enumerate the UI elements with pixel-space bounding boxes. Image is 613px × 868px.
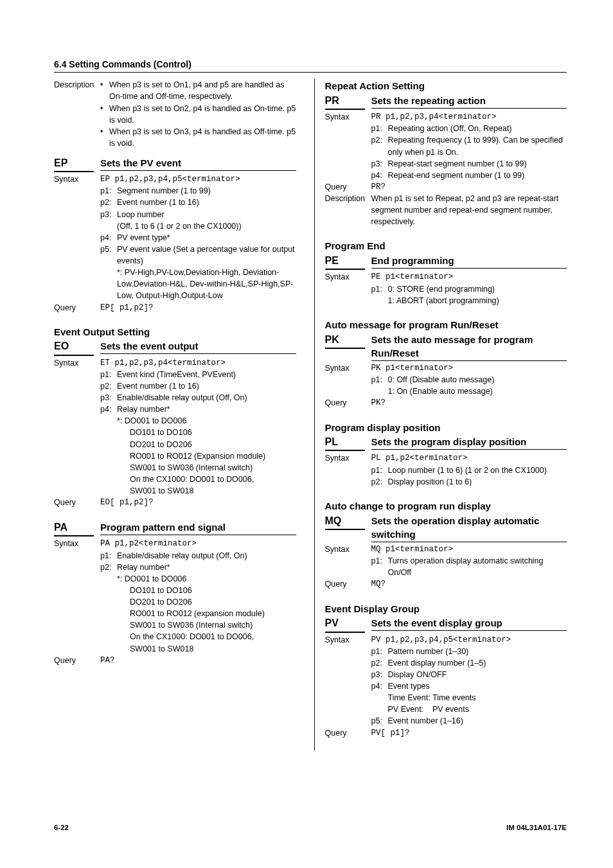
param-star-line: On the CX1000: DO001 to DO006, bbox=[100, 631, 296, 642]
param-star: *: DO001 to DO006 bbox=[100, 415, 296, 427]
param-key: p3: bbox=[100, 392, 117, 403]
param-text: PV event value (Set a percentage value f… bbox=[117, 244, 296, 267]
param-key: p1: bbox=[100, 185, 117, 197]
param-star-line: DO101 to DO106 bbox=[100, 427, 296, 438]
right-column: Repeat Action Setting PR Sets the repeat… bbox=[314, 79, 567, 750]
cmd-pr: Repeat Action Setting PR Sets the repeat… bbox=[325, 79, 567, 227]
page-number: 6-22 bbox=[54, 822, 69, 833]
param-text: Display position (1 to 6) bbox=[388, 476, 567, 488]
query-text: EO[ p1,p2]? bbox=[100, 497, 296, 508]
syntax-text: ET p1,p2,p3,p4<terminator> bbox=[100, 357, 296, 369]
columns: Description •When p3 is set to On1, p4 a… bbox=[54, 79, 567, 750]
desc-bullet: When p3 is set to On2, p4 is handled as … bbox=[109, 103, 296, 126]
param-star-line: SW001 to SW018 bbox=[100, 643, 296, 655]
param-key: p4: bbox=[371, 170, 388, 181]
cmd-pv: Event Display Group PV Sets the event di… bbox=[325, 602, 567, 739]
super-title-mq: Auto change to program run display bbox=[325, 499, 567, 513]
cmd-pa: PA Program pattern end signal Syntax PA … bbox=[54, 520, 296, 666]
param-text: Enable/disable relay output (Off, On) bbox=[117, 550, 296, 562]
param-key: p3: bbox=[371, 158, 388, 170]
cmd-pl: Program display position PL Sets the pro… bbox=[325, 421, 567, 488]
section-header: 6.4 Setting Commands (Control) bbox=[54, 58, 567, 73]
param-key: p3: bbox=[371, 669, 388, 680]
param-text: Loop number (1 to 6) (1 or 2 on the CX10… bbox=[388, 465, 567, 476]
left-column: Description •When p3 is set to On1, p4 a… bbox=[54, 79, 296, 750]
desc-bullet: When p3 is set to On1, p4 and p5 are han… bbox=[109, 79, 296, 102]
param-key: p2: bbox=[371, 134, 388, 146]
param-text: Repeat-end segment number (1 to 99) bbox=[388, 170, 567, 181]
param-text: Relay number* bbox=[117, 562, 296, 573]
cmd-title-pe: End programming bbox=[371, 254, 567, 269]
param-star: *: PV-High,PV-Low,Deviation-High, Deviat… bbox=[100, 267, 296, 301]
cmd-title-pa: Program pattern end signal bbox=[100, 520, 296, 535]
desc-label: Description bbox=[325, 193, 371, 204]
cmd-title-pv: Sets the event display group bbox=[371, 616, 567, 631]
page-footer: 6-22 IM 04L31A01-17E bbox=[54, 822, 567, 833]
param-key: p1: bbox=[371, 374, 388, 385]
syntax-label: Syntax bbox=[325, 544, 371, 555]
cmd-code-pa: PA bbox=[54, 520, 94, 536]
param-star-line: DO201 to DO206 bbox=[100, 596, 296, 608]
param-text: PV event type* bbox=[117, 232, 296, 244]
param-star-line: DO101 to DO106 bbox=[100, 585, 296, 596]
param-key: p3: bbox=[100, 209, 117, 220]
query-label: Query bbox=[325, 181, 371, 193]
param-star-line: On the CX1000: DO001 to DO006, bbox=[100, 474, 296, 485]
param-key: p4: bbox=[100, 232, 117, 244]
syntax-text: PA p1,p2<terminator> bbox=[100, 538, 296, 549]
query-label: Query bbox=[325, 578, 371, 590]
param-star-line: RO001 to RO012 (Expansion module) bbox=[100, 450, 296, 462]
cmd-title-ep: Sets the PV event bbox=[100, 156, 296, 171]
syntax-label: Syntax bbox=[325, 634, 371, 646]
param-extra: PV Event: PV events bbox=[371, 704, 567, 715]
param-key: p2: bbox=[100, 197, 117, 208]
param-key: p5: bbox=[100, 244, 117, 255]
query-label: Query bbox=[325, 727, 371, 739]
syntax-text: EP p1,p2,p3,p4,p5<terminator> bbox=[100, 173, 296, 185]
param-extra: (Off, 1 to 6 (1 or 2 on the CX1000)) bbox=[100, 220, 296, 232]
doc-id: IM 04L31A01-17E bbox=[506, 822, 567, 833]
param-key: p2: bbox=[371, 657, 388, 669]
param-star-line: SW001 to SW018 bbox=[100, 485, 296, 497]
description-block: Description •When p3 is set to On1, p4 a… bbox=[54, 79, 296, 149]
cmd-title-pk: Sets the auto message for program Run/Re… bbox=[371, 333, 567, 362]
syntax-label: Syntax bbox=[325, 362, 371, 374]
query-text: PV[ p1]? bbox=[371, 727, 567, 739]
cmd-pk: Auto message for program Run/Reset PK Se… bbox=[325, 318, 567, 409]
syntax-label: Syntax bbox=[54, 538, 100, 549]
query-label: Query bbox=[54, 655, 100, 666]
param-text: Loop number bbox=[117, 209, 296, 220]
super-title-eo: Event Output Setting bbox=[54, 325, 296, 339]
super-title-pe: Program End bbox=[325, 239, 567, 253]
param-star-line: DO201 to DO206 bbox=[100, 439, 296, 450]
syntax-label: Syntax bbox=[325, 271, 371, 283]
param-key: p2: bbox=[371, 476, 388, 488]
param-text: 1: ABORT (abort programming) bbox=[371, 295, 567, 306]
syntax-text: PK p1<terminator> bbox=[371, 362, 567, 374]
description-content: •When p3 is set to On1, p4 and p5 are ha… bbox=[100, 79, 296, 149]
syntax-text: PL p1,p2<terminator> bbox=[371, 452, 567, 464]
syntax-label: Syntax bbox=[54, 173, 100, 185]
param-star-line: RO001 to RO012 (expansion module) bbox=[100, 608, 296, 619]
param-text: Enable/disable relay output (Off, On) bbox=[117, 392, 296, 403]
cmd-title-mq: Sets the operation display automatic swi… bbox=[371, 514, 567, 543]
super-title-pk: Auto message for program Run/Reset bbox=[325, 318, 567, 332]
syntax-label: Syntax bbox=[325, 452, 371, 464]
cmd-code-pk: PK bbox=[325, 332, 365, 349]
param-text: Repeat-start segment number (1 to 99) bbox=[388, 158, 567, 170]
param-text: Event number (1 to 16) bbox=[117, 380, 296, 392]
param-text: 0: STORE (end programming) bbox=[388, 283, 567, 295]
syntax-label: Syntax bbox=[54, 357, 100, 369]
desc-bullet: When p3 is set to On3, p4 is handled as … bbox=[109, 126, 296, 149]
syntax-text: PR p1,p2,p3,p4<terminator> bbox=[371, 111, 567, 123]
desc-text: When p1 is set to Repeat, p2 and p3 are … bbox=[371, 193, 567, 227]
param-key: p1: bbox=[371, 646, 388, 657]
param-text: 1: On (Enable auto message) bbox=[371, 385, 567, 397]
param-extra: Time Event: Time events bbox=[371, 692, 567, 704]
param-star-line: SW001 to SW036 (Internal switch) bbox=[100, 619, 296, 631]
query-label: Query bbox=[54, 497, 100, 508]
super-title-pr: Repeat Action Setting bbox=[325, 79, 567, 93]
param-key: p1: bbox=[100, 369, 117, 380]
param-star-line: SW001 to SW036 (Internal switch) bbox=[100, 462, 296, 474]
param-key: p1: bbox=[371, 555, 388, 567]
